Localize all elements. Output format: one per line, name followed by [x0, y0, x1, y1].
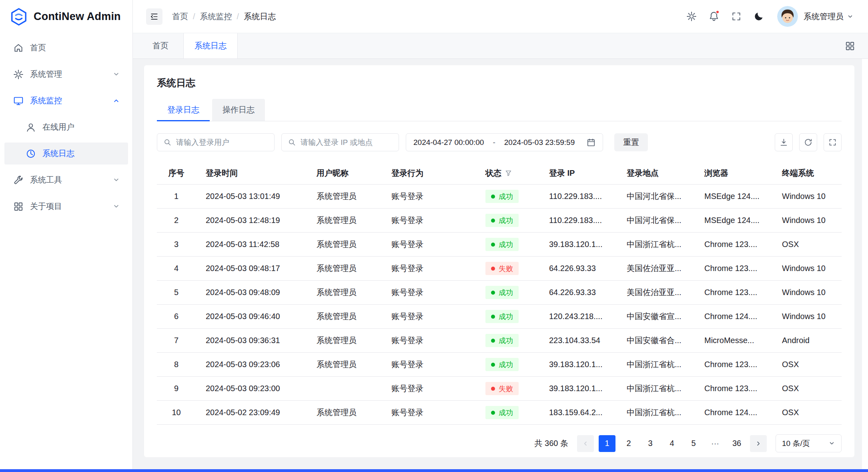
cell-no: 10: [157, 401, 196, 424]
login-user-input[interactable]: [176, 138, 268, 147]
status-dot-icon: [491, 315, 495, 319]
avatar[interactable]: [777, 6, 798, 27]
cell-action: 账号登录: [381, 257, 475, 280]
cell-status: 成功: [475, 233, 539, 256]
cell-browser: MSEdge 124....: [694, 209, 772, 232]
column-header-3: 登录行为: [381, 162, 475, 184]
login-user-search[interactable]: [157, 133, 275, 151]
tabbar-tab-home[interactable]: 首页: [142, 33, 179, 58]
pagination: 共 360 条 12345···36 10 条/页: [157, 434, 842, 452]
breadcrumb-item[interactable]: 系统监控: [200, 11, 232, 22]
reset-button[interactable]: 重置: [614, 133, 648, 151]
refresh-button[interactable]: [799, 133, 817, 151]
cell-ip: 183.159.64.2...: [539, 401, 617, 424]
dark-mode-icon[interactable]: [753, 11, 764, 22]
cell-os: Windows 10: [772, 281, 842, 304]
breadcrumb-item[interactable]: 系统日志: [244, 11, 276, 22]
cell-browser: Chrome 123....: [694, 233, 772, 256]
cell-os: Windows 10: [772, 209, 842, 232]
cell-status: 成功: [475, 281, 539, 304]
status-badge: 成功: [485, 310, 519, 323]
chevron-left-icon: [582, 440, 589, 447]
page-size-value: 10 条/页: [782, 438, 810, 449]
page-ellipsis[interactable]: ···: [707, 435, 724, 452]
prev-page-button[interactable]: [577, 435, 594, 452]
next-page-button[interactable]: [750, 435, 767, 452]
page-button-5[interactable]: 5: [685, 435, 702, 452]
settings-icon[interactable]: [686, 11, 697, 22]
breadcrumb-separator: /: [193, 12, 195, 21]
status-badge: 成功: [485, 214, 519, 227]
column-header-4[interactable]: 状态: [475, 162, 539, 184]
status-badge: 成功: [485, 334, 519, 347]
cell-browser: Chrome 123....: [694, 257, 772, 280]
status-dot-icon: [491, 243, 495, 247]
cell-time: 2024-05-03 13:01:49: [196, 185, 307, 208]
search-icon: [163, 138, 172, 147]
cell-location: 中国浙江省杭...: [617, 353, 694, 376]
cell-browser: MicroMesse...: [694, 329, 772, 352]
status-badge: 成功: [485, 406, 519, 419]
sidebar-item-system-management[interactable]: 系统管理: [4, 63, 128, 85]
total-count: 共 360 条: [535, 438, 568, 449]
chevron-down-icon: [112, 176, 120, 184]
scrollbar-gutter[interactable]: [862, 59, 868, 469]
date-range-picker[interactable]: 2024-04-27 00:00:00 - 2024-05-03 23:59:5…: [406, 133, 603, 151]
login-ip-search[interactable]: [281, 133, 399, 151]
cell-no: 9: [157, 377, 196, 400]
menu-fold-icon: [150, 12, 159, 21]
page-size-select[interactable]: 10 条/页: [776, 434, 842, 452]
date-separator: -: [493, 138, 495, 147]
app-logo[interactable]: ContiNew Admin: [0, 0, 132, 33]
sidebar-item-about-project[interactable]: 关于项目: [4, 195, 128, 217]
login-ip-input[interactable]: [301, 138, 393, 147]
table-fullscreen-button[interactable]: [824, 133, 842, 151]
page-button-1[interactable]: 1: [599, 435, 615, 452]
status-dot-icon: [491, 387, 495, 391]
filter-icon[interactable]: [505, 170, 512, 177]
cell-location: 中国浙江省杭...: [617, 377, 694, 400]
sidebar-item-system-monitor[interactable]: 系统监控: [4, 90, 128, 112]
cell-nickname: 系统管理员: [307, 329, 381, 352]
breadcrumb: 首页/系统监控/系统日志: [172, 11, 276, 22]
user-menu[interactable]: 系统管理员: [804, 11, 854, 22]
page-button-2[interactable]: 2: [620, 435, 637, 452]
chevron-down-icon: [112, 70, 120, 78]
sidebar-item-system-logs[interactable]: 系统日志: [4, 143, 128, 165]
cell-no: 5: [157, 281, 196, 304]
tab-operation-logs[interactable]: 操作日志: [212, 99, 265, 121]
notifications-icon[interactable]: [708, 11, 720, 22]
table-row: 32024-05-03 11:42:58系统管理员账号登录成功39.183.12…: [157, 233, 842, 257]
cell-location: 中国安徽省宣...: [617, 305, 694, 328]
tab-login-logs[interactable]: 登录日志: [157, 99, 210, 121]
top-header: 首页/系统监控/系统日志: [133, 0, 868, 33]
layout-grid-button[interactable]: [845, 33, 868, 58]
cell-status: 成功: [475, 401, 539, 424]
status-badge: 成功: [485, 238, 519, 251]
cell-time: 2024-05-03 09:23:00: [196, 377, 307, 400]
fullscreen-icon[interactable]: [731, 11, 742, 22]
page-button-3[interactable]: 3: [642, 435, 659, 452]
page-button-36[interactable]: 36: [728, 435, 745, 452]
cell-ip: 64.226.93.33: [539, 281, 617, 304]
status-dot-icon: [491, 195, 495, 199]
breadcrumb-item[interactable]: 首页: [172, 11, 188, 22]
status-dot-icon: [491, 291, 495, 295]
sidebar-collapse-button[interactable]: [146, 8, 162, 25]
page-button-4[interactable]: 4: [664, 435, 680, 452]
column-header-6: 登录地点: [617, 162, 694, 184]
sidebar-item-system-tools[interactable]: 系统工具: [4, 169, 128, 191]
sidebar-item-label: 系统管理: [30, 69, 62, 80]
user-icon: [26, 122, 36, 133]
tabbar-tabs: 首页系统日志: [142, 33, 242, 58]
cell-nickname: 系统管理员: [307, 209, 381, 232]
tool-icon: [13, 175, 24, 185]
export-button[interactable]: [775, 133, 793, 151]
tabbar-tab-system-logs[interactable]: 系统日志: [183, 33, 238, 58]
status-badge: 成功: [485, 286, 519, 299]
cell-ip: 64.226.93.33: [539, 257, 617, 280]
sidebar-item-online-users[interactable]: 在线用户: [4, 116, 128, 138]
cell-time: 2024-05-03 09:48:09: [196, 281, 307, 304]
cell-ip: 39.183.120.1...: [539, 233, 617, 256]
sidebar-item-home[interactable]: 首页: [4, 37, 128, 59]
